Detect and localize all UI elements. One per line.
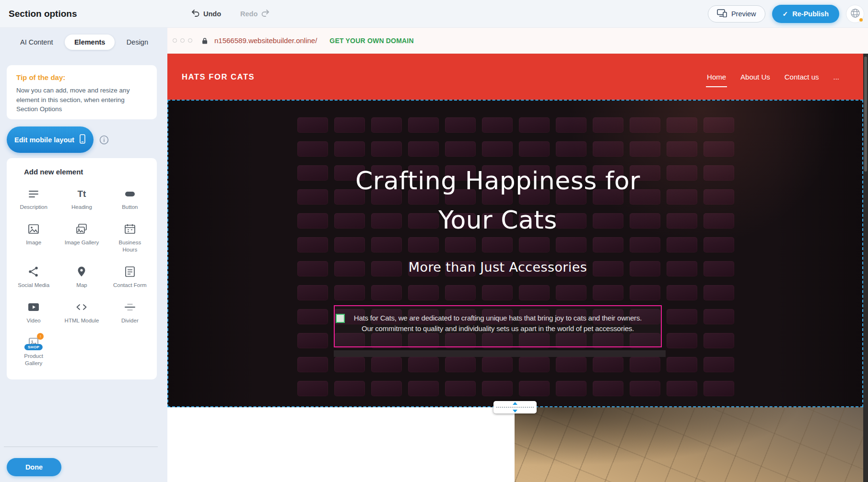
hero-heading-line2: Your Cats [168, 200, 827, 240]
element-business-hours[interactable]: Business Hours [106, 223, 154, 253]
hero-tile [371, 381, 402, 396]
tab-design[interactable]: Design [124, 35, 151, 49]
site-url[interactable]: n1566589.websitebuilder.online/ [211, 36, 320, 45]
hero-tile [593, 357, 623, 372]
hero-tile [556, 117, 586, 133]
hero-tile [297, 141, 328, 157]
paragraph-line2: Our commitment to quality and individual… [335, 323, 661, 334]
hero-tile [630, 285, 660, 300]
republish-button[interactable]: ✓ Re-Publish [772, 5, 839, 23]
hero-tile [297, 309, 328, 324]
window-dot [180, 38, 185, 43]
image-gallery-icon [75, 223, 88, 236]
element-heading[interactable]: Tt Heading [58, 187, 106, 211]
hero-tile [482, 381, 513, 396]
hero-tile [667, 141, 697, 157]
hero-tile [519, 285, 550, 300]
panel-title: Add new element [24, 168, 157, 176]
hero-tile [482, 141, 513, 157]
element-grid: Description Tt Heading Button Image Imag… [7, 187, 157, 367]
site-header[interactable]: HATS FOR CATS Home About Us Contact us .… [167, 54, 868, 100]
nav-about-us[interactable]: About Us [739, 73, 771, 81]
button-icon [124, 187, 136, 200]
hero-tile [445, 381, 476, 396]
language-button[interactable] [846, 5, 864, 23]
hero-tile [519, 117, 550, 133]
element-contact-form[interactable]: Contact Form [106, 265, 154, 289]
arrow-up-icon [513, 402, 517, 405]
element-divider[interactable]: Divider [106, 301, 154, 324]
hero-tile [593, 141, 623, 157]
info-button[interactable] [99, 135, 109, 146]
hero-tile [445, 141, 476, 157]
info-icon [99, 135, 109, 146]
history-controls: Undo Redo [188, 9, 272, 19]
hero-tile [445, 285, 476, 300]
element-video[interactable]: Video [10, 301, 58, 324]
hero-tile [704, 381, 734, 396]
hero-tile [482, 285, 513, 300]
done-button[interactable]: Done [7, 458, 61, 476]
paragraph-line1: Hats for Cats, we are dedicated to craft… [335, 313, 661, 323]
hero-tile [297, 117, 328, 133]
app: Section options Undo Redo Preview ✓ Re-P… [0, 0, 868, 482]
window-dots [173, 38, 192, 43]
topbar: Section options Undo Redo Preview ✓ Re-P… [0, 0, 868, 28]
element-social-media[interactable]: Social Media [10, 265, 58, 289]
nav-home[interactable]: Home [706, 73, 727, 81]
site-logo[interactable]: HATS FOR CATS [182, 72, 255, 81]
social-media-icon [27, 265, 40, 278]
hero-tile [334, 381, 365, 396]
tab-elements[interactable]: Elements [65, 34, 115, 50]
shop-pill: SHOP [24, 344, 43, 350]
hero-tile [593, 285, 623, 300]
hero-tile [445, 117, 476, 133]
hero-tile [556, 381, 586, 396]
hero-tile [704, 333, 734, 348]
hero-section-selected[interactable]: Crafting Happiness for Your Cats More th… [167, 100, 863, 407]
nav-contact-us[interactable]: Contact us [784, 73, 820, 81]
scrollbar-thumb[interactable] [864, 57, 867, 172]
divider-icon [124, 301, 136, 314]
hero-tile [704, 309, 734, 324]
hero-tile [704, 285, 734, 300]
element-image[interactable]: Image [10, 223, 58, 253]
nav-more[interactable]: ... [832, 73, 840, 81]
hero-tile [704, 357, 734, 372]
element-button[interactable]: Button [106, 187, 154, 211]
arrow-down-icon [513, 410, 517, 413]
hero-tile [334, 285, 365, 300]
lock-icon [202, 37, 208, 44]
hero-tile [630, 381, 660, 396]
hero-tile [556, 285, 586, 300]
element-image-gallery[interactable]: Image Gallery [58, 223, 106, 253]
product-gallery-icon: ↑ SHOP [27, 336, 40, 349]
edit-mobile-layout-button[interactable]: Edit mobile layout [7, 126, 94, 153]
hero-tile [408, 117, 439, 133]
preview-button[interactable]: Preview [708, 5, 765, 23]
element-html-module[interactable]: HTML Module [58, 301, 106, 324]
element-resize-handle[interactable] [336, 314, 345, 323]
tab-ai-content[interactable]: AI Content [17, 35, 56, 49]
hero-tile [445, 357, 476, 372]
get-domain-link[interactable]: GET YOUR OWN DOMAIN [327, 36, 416, 45]
hero-tile [334, 357, 365, 372]
element-product-gallery[interactable]: ↑ SHOP Product Gallery [10, 336, 58, 367]
hero-tile [334, 141, 365, 157]
next-section[interactable] [167, 407, 868, 482]
hero-paragraph-selected[interactable]: Hats for Cats, we are dedicated to craft… [334, 305, 662, 347]
tile-floor-photo [515, 407, 868, 482]
hero-heading-line1: Crafting Happiness for [168, 161, 827, 200]
add-new-element-panel: Add new element Description Tt Heading B… [7, 158, 157, 379]
element-map[interactable]: Map [58, 265, 106, 289]
undo-button[interactable]: Undo [188, 9, 224, 19]
element-description[interactable]: Description [10, 187, 58, 211]
hero-tile [482, 117, 513, 133]
section-height-drag-handle[interactable] [493, 401, 537, 413]
check-icon: ✓ [783, 10, 788, 18]
hero-subheading[interactable]: More than Just Accessories [168, 259, 827, 276]
hero-heading[interactable]: Crafting Happiness for Your Cats [168, 161, 827, 240]
hero-tile [667, 117, 697, 133]
redo-button[interactable]: Redo [237, 9, 272, 19]
canvas-scrollbar[interactable] [863, 54, 868, 482]
